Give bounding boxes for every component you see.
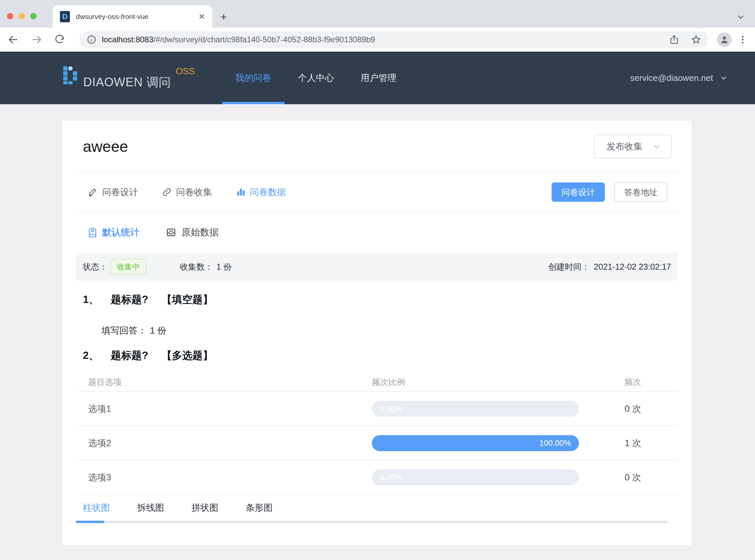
tab-label: 问卷数据 <box>250 186 286 198</box>
question-type: 【多选题】 <box>161 348 213 363</box>
nav-item-personal-center[interactable]: 个人中心 <box>285 52 347 104</box>
table-header: 题目选项 频次比例 频次 <box>76 373 678 391</box>
chart-tab-column[interactable]: 柱状图 <box>83 502 110 514</box>
nav-item-my-surveys[interactable]: 我的问卷 <box>222 52 285 104</box>
option-label: 选项3 <box>76 472 372 483</box>
status-bar: 状态： 收集中 收集数：1 份 创建时间：2021-12-02 23:02:17 <box>76 253 678 281</box>
chart-tabs-active-indicator <box>76 521 104 523</box>
answer-url-button[interactable]: 答卷地址 <box>614 182 668 202</box>
survey-title: aweee <box>83 138 128 156</box>
ratio-bar: 100.00% <box>372 435 579 451</box>
minimize-window-button[interactable] <box>19 13 25 19</box>
chart-tab-line[interactable]: 拆线图 <box>137 502 164 514</box>
tab-survey-collect[interactable]: 问卷收集 <box>162 186 212 198</box>
ratio-bar: 0.00% <box>372 469 579 485</box>
chevron-down-icon <box>719 73 728 83</box>
close-window-button[interactable] <box>7 13 13 19</box>
status-badge: 收集中 <box>110 259 146 275</box>
chevron-down-icon <box>652 141 662 152</box>
table-row: 选项3 0.00% 0 次 <box>76 460 678 494</box>
share-icon[interactable] <box>669 35 679 45</box>
main-nav: 我的问卷 个人中心 用户管理 <box>222 52 410 104</box>
answer-label: 填写回答： <box>102 326 146 336</box>
frequency-value: 0 次 <box>579 403 678 415</box>
chart-type-tabs: 柱状图 拆线图 拼状图 条形图 <box>83 494 678 521</box>
question-title: 题标题? <box>111 293 148 307</box>
page-background: aweee 发布收集 问卷设计 问卷收集 问卷数据 <box>0 104 755 560</box>
brand[interactable]: DIAOWEN 调问 OSS <box>63 65 195 91</box>
question-1: 1、 题标题? 【填空题】 填写回答：1 份 <box>83 293 678 337</box>
brand-name: DIAOWEN 调问 <box>83 74 171 91</box>
ratio-bar-label: 0.00% <box>380 404 403 414</box>
collect-count: 收集数：1 份 <box>180 261 232 272</box>
window-controls <box>7 13 37 19</box>
browser-menu-icon[interactable] <box>738 35 748 45</box>
tab-title: dwsurvey-oss-front-vue <box>76 13 194 21</box>
survey-design-button[interactable]: 问卷设计 <box>552 182 605 202</box>
tab-label: 默认统计 <box>102 226 140 239</box>
question-number: 2、 <box>83 348 99 363</box>
browser-profile-avatar[interactable] <box>717 32 732 47</box>
frequency-value: 0 次 <box>579 472 678 483</box>
edit-icon <box>88 187 98 197</box>
new-tab-button[interactable]: + <box>220 11 227 22</box>
chart-tab-pie[interactable]: 拼状图 <box>191 502 218 514</box>
tab-label: 问卷设计 <box>102 186 138 198</box>
table-row: 选项1 0.00% 0 次 <box>76 391 678 425</box>
header-ratio: 频次比例 <box>372 377 579 387</box>
browser-tab-strip: D dwsurvey-oss-front-vue ✕ + <box>0 0 755 28</box>
status-label: 状态： <box>83 261 107 272</box>
question-title: 题标题? <box>111 348 148 363</box>
ratio-bar-label: 0.00% <box>380 473 403 482</box>
answer-value: 1 份 <box>150 326 166 336</box>
question-answer-count: 填写回答：1 份 <box>102 325 678 337</box>
created-time-label: 创建时间： <box>548 262 590 271</box>
collect-count-label: 收集数： <box>180 262 213 271</box>
account-email: service@diaowen.net <box>630 73 713 83</box>
option-label: 选项1 <box>76 403 372 415</box>
table-row: 选项2 100.00% 1 次 <box>76 425 678 460</box>
account-menu[interactable]: service@diaowen.net <box>630 73 728 83</box>
question-type: 【填空题】 <box>161 293 213 307</box>
options-table: 题目选项 频次比例 频次 选项1 0.00% 0 次 选项2 100.00% 1… <box>76 373 678 494</box>
header-option: 题目选项 <box>76 377 372 387</box>
tab-label: 问卷收集 <box>176 186 212 198</box>
frequency-value: 1 次 <box>579 437 678 449</box>
tab-default-statistics[interactable]: 默认统计 <box>88 226 140 239</box>
link-icon <box>162 187 171 197</box>
survey-card: aweee 发布收集 问卷设计 问卷收集 问卷数据 <box>62 121 691 545</box>
bookmark-star-icon[interactable] <box>691 35 701 45</box>
site-favicon: D <box>60 11 70 22</box>
created-time: 创建时间：2021-12-02 23:02:17 <box>548 261 671 272</box>
tab-search-chevron-icon[interactable] <box>736 12 746 22</box>
brand-badge: OSS <box>176 66 195 77</box>
collect-count-value: 1 份 <box>217 262 232 271</box>
reload-icon[interactable] <box>54 34 65 45</box>
address-bar[interactable]: localhost:8083/#/dw/survey/d/chart/c98fa… <box>79 31 708 48</box>
site-info-icon[interactable] <box>86 35 97 45</box>
browser-toolbar: localhost:8083/#/dw/survey/d/chart/c98fa… <box>0 28 755 52</box>
ratio-bar-label: 100.00% <box>539 439 571 448</box>
publish-collect-select[interactable]: 发布收集 <box>594 135 672 159</box>
app-header: DIAOWEN 调问 OSS 我的问卷 个人中心 用户管理 service@di… <box>0 52 755 104</box>
tab-raw-data[interactable]: 原始数据 <box>166 226 219 239</box>
tab-close-icon[interactable]: ✕ <box>198 12 205 21</box>
diaowen-logo-icon <box>63 65 78 85</box>
question-number: 1、 <box>83 293 99 307</box>
publish-collect-value: 发布收集 <box>607 140 652 153</box>
browser-tab[interactable]: D dwsurvey-oss-front-vue ✕ <box>53 5 212 28</box>
nav-item-user-management[interactable]: 用户管理 <box>347 52 410 104</box>
browser-window: D dwsurvey-oss-front-vue ✕ + localhost:8… <box>0 0 755 560</box>
header-frequency: 频次 <box>579 377 678 387</box>
tab-survey-data[interactable]: 问卷数据 <box>236 186 286 198</box>
inbox-icon <box>166 227 176 237</box>
chart-tabs-track <box>76 521 669 523</box>
option-label: 选项2 <box>76 437 372 449</box>
chart-tab-bar[interactable]: 条形图 <box>246 502 273 514</box>
back-icon[interactable] <box>7 34 19 46</box>
maximize-window-button[interactable] <box>30 13 37 19</box>
tab-label: 原始数据 <box>181 226 219 239</box>
url-text: localhost:8083/#/dw/survey/d/chart/c98fa… <box>102 35 662 44</box>
forward-icon[interactable] <box>30 34 43 46</box>
tab-survey-design[interactable]: 问卷设计 <box>88 186 138 198</box>
